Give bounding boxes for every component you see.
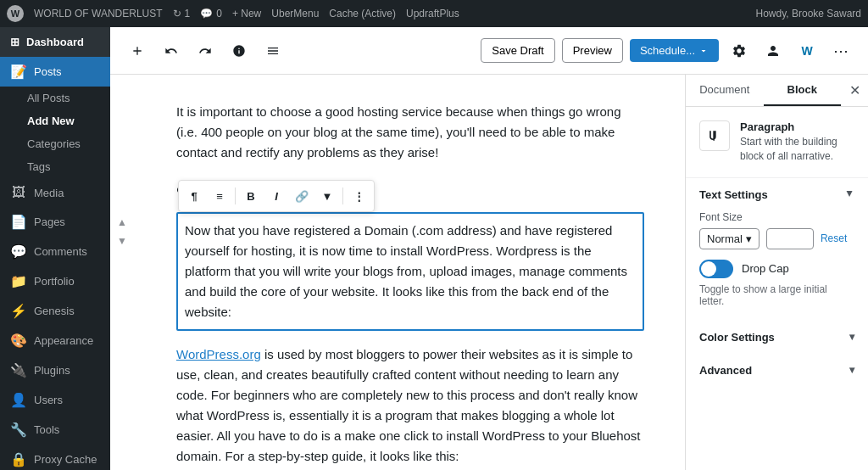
- wordpress-org-link[interactable]: WordPress.org: [176, 347, 261, 361]
- scroll-down-button[interactable]: ▼: [114, 232, 131, 249]
- tab-document[interactable]: Document: [686, 75, 764, 106]
- block-align-button[interactable]: ≡: [208, 184, 231, 208]
- admin-bar-updraft[interactable]: UpdraftPlus: [406, 8, 459, 20]
- redo-button[interactable]: [192, 37, 219, 64]
- toolbar-divider-2: [342, 187, 343, 204]
- sidebar-item-all-posts[interactable]: All Posts: [0, 87, 110, 109]
- advanced-collapse-icon: ▾: [849, 364, 854, 376]
- sidebar-item-add-new[interactable]: Add New: [0, 109, 110, 132]
- drop-cap-row: Drop Cap: [699, 260, 854, 278]
- proxy-cache-icon: 🔒: [10, 451, 27, 467]
- close-panel-button[interactable]: ✕: [841, 77, 868, 104]
- drop-cap-description: Toggle to show a large initial letter.: [699, 283, 854, 307]
- chevron-down-icon: ▾: [746, 232, 752, 245]
- schedule-button[interactable]: Schedule...: [630, 39, 719, 62]
- block-type-button[interactable]: ¶: [182, 184, 206, 208]
- sidebar-item-comments[interactable]: 💬 Comments: [0, 237, 110, 266]
- link-button[interactable]: 🔗: [290, 184, 314, 208]
- paragraph-1: It is important to choose a good hosting…: [176, 102, 644, 163]
- panel-tabs: Document Block ✕: [686, 75, 868, 107]
- save-draft-button[interactable]: Save Draft: [481, 38, 554, 63]
- sidebar-item-categories[interactable]: Categories: [0, 132, 110, 155]
- sidebar-item-portfolio[interactable]: 📁 Portfolio: [0, 266, 110, 296]
- pages-icon: 📄: [10, 214, 27, 230]
- user-icon-button[interactable]: [760, 37, 787, 64]
- block-name: Paragraph: [740, 120, 854, 133]
- comments-icon: 💬: [10, 243, 27, 260]
- gear-icon-button[interactable]: [726, 37, 753, 64]
- font-size-label: Font Size: [699, 211, 854, 223]
- text-settings-section: Text Settings ▲ Font Size Normal ▾ Reset: [686, 178, 868, 321]
- dashboard-icon: ⊞: [10, 36, 19, 48]
- sidebar-item-media[interactable]: 🖼 Media: [0, 178, 110, 207]
- sidebar-item-genesis[interactable]: ⚡ Genesis: [0, 296, 110, 326]
- advanced-section: Advanced ▾: [686, 354, 868, 387]
- toggle-knob: [701, 261, 716, 277]
- font-size-row: Normal ▾ Reset: [699, 228, 854, 249]
- selected-block-text: Now that you have registered a Domain (.…: [185, 221, 636, 322]
- main-content: Save Draft Preview Schedule... W ⋯ ▲ ▼: [110, 27, 868, 470]
- block-info: Paragraph Start with the building block …: [699, 120, 854, 164]
- text-settings-collapse-icon: ▲: [844, 188, 854, 200]
- admin-bar-new[interactable]: + New: [232, 8, 261, 20]
- block-info-text: Paragraph Start with the building block …: [740, 120, 854, 164]
- editor-toolbar: Save Draft Preview Schedule... W ⋯: [110, 27, 868, 75]
- list-view-button[interactable]: [259, 37, 287, 64]
- posts-icon: 📝: [10, 64, 27, 80]
- color-settings-section: Color Settings ▾: [686, 321, 868, 354]
- sidebar-item-plugins[interactable]: 🔌 Plugins: [0, 355, 110, 385]
- sidebar-item-tags[interactable]: Tags: [0, 155, 110, 178]
- portfolio-icon: 📁: [10, 273, 27, 289]
- posts-submenu: All Posts Add New Categories Tags: [0, 87, 110, 178]
- block-options-button[interactable]: ⋮: [347, 184, 370, 208]
- admin-bar-comments[interactable]: 💬 0: [200, 8, 222, 20]
- font-size-input[interactable]: [766, 228, 814, 249]
- admin-bar: W WORLD OF WANDERLUST ↻ 1 💬 0 + New Uber…: [0, 0, 868, 27]
- wp-logo-link[interactable]: W: [7, 5, 24, 22]
- sidebar-item-appearance[interactable]: 🎨 Appearance: [0, 326, 110, 355]
- block-toolbar: ¶ ≡ B I 🔗 ▼ ⋮: [178, 180, 375, 212]
- block-info-section: Paragraph Start with the building block …: [686, 107, 868, 178]
- wp-logo: W: [7, 5, 24, 22]
- admin-bar-user[interactable]: Howdy, Brooke Saward: [756, 8, 862, 20]
- tab-block[interactable]: Block: [764, 75, 842, 106]
- advanced-header[interactable]: Advanced ▾: [686, 354, 868, 387]
- sidebar-item-pages[interactable]: 📄 Pages: [0, 207, 110, 237]
- toolbar-right: Save Draft Preview Schedule... W ⋯: [481, 37, 854, 64]
- add-block-button[interactable]: [124, 37, 151, 64]
- color-settings-collapse-icon: ▾: [849, 331, 854, 343]
- color-settings-header[interactable]: Color Settings ▾: [686, 321, 868, 354]
- wordpress-icon-button[interactable]: W: [793, 37, 821, 64]
- sidebar-dashboard[interactable]: ⊞ Dashboard: [0, 27, 110, 57]
- sidebar-item-users[interactable]: 👤 Users: [0, 385, 110, 415]
- more-rich-text-button[interactable]: ▼: [315, 184, 339, 208]
- appearance-icon: 🎨: [10, 333, 27, 349]
- sidebar-item-posts[interactable]: 📝 Posts: [0, 57, 110, 87]
- sidebar-item-tools[interactable]: 🔧 Tools: [0, 415, 110, 445]
- plugins-icon: 🔌: [10, 362, 27, 378]
- selected-paragraph-block[interactable]: ¶ ≡ B I 🔗 ▼ ⋮ Now that you have register…: [176, 212, 644, 331]
- text-settings-header[interactable]: Text Settings ▲: [686, 178, 868, 211]
- more-options-button[interactable]: ⋯: [827, 37, 854, 64]
- content-area: ▲ ▼ It is important to choose a good hos…: [110, 75, 685, 470]
- info-button[interactable]: [225, 37, 253, 64]
- sidebar-item-proxy-cache[interactable]: 🔒 Proxy Cache: [0, 445, 110, 470]
- editor-body: ▲ ▼ It is important to choose a good hos…: [110, 75, 868, 470]
- admin-bar-cache[interactable]: Cache (Active): [329, 8, 396, 20]
- drop-cap-label: Drop Cap: [742, 262, 789, 275]
- preview-button[interactable]: Preview: [562, 38, 623, 63]
- drop-cap-toggle[interactable]: [699, 260, 733, 278]
- admin-bar-updates[interactable]: ↻ 1: [173, 8, 191, 20]
- tools-icon: 🔧: [10, 422, 27, 438]
- undo-button[interactable]: [158, 37, 185, 64]
- genesis-icon: ⚡: [10, 303, 27, 319]
- block-description: Start with the building block of all nar…: [740, 135, 854, 164]
- site-name[interactable]: WORLD OF WANDERLUST: [34, 8, 163, 20]
- font-size-reset-button[interactable]: Reset: [821, 232, 847, 244]
- sidebar: ⊞ Dashboard 📝 Posts All Posts Add New Ca…: [0, 27, 110, 470]
- admin-bar-ubermenu[interactable]: UberMenu: [271, 8, 319, 20]
- bold-button[interactable]: B: [239, 184, 263, 208]
- italic-button[interactable]: I: [264, 184, 288, 208]
- scroll-up-button[interactable]: ▲: [114, 214, 131, 231]
- font-size-select[interactable]: Normal ▾: [699, 228, 760, 249]
